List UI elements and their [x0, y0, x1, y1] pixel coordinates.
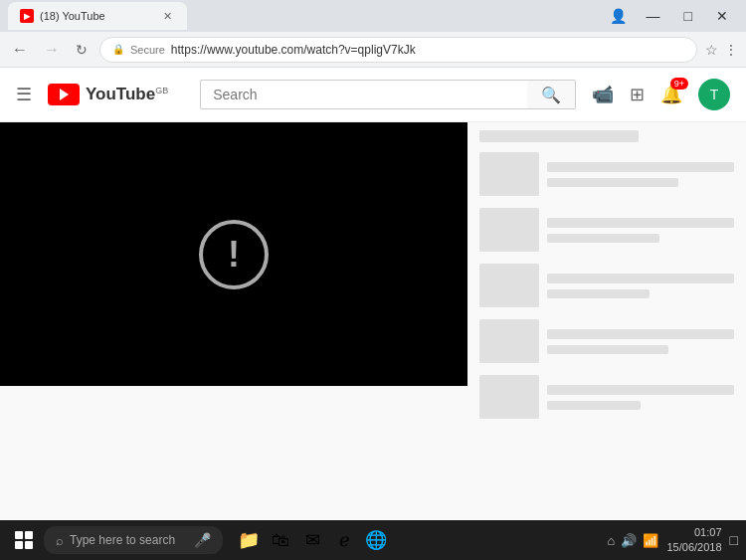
- sidebar-thumbnail: [479, 319, 539, 363]
- play-icon: [60, 89, 69, 100]
- chrome-settings-icon[interactable]: ⋮: [724, 42, 738, 58]
- secure-label: Secure: [130, 44, 165, 56]
- windows-logo: [15, 531, 33, 549]
- taskbar-chrome-icon[interactable]: 🌐: [362, 526, 390, 554]
- system-clock[interactable]: 01:07 15/06/2018: [666, 525, 721, 556]
- tab-close-button[interactable]: ✕: [159, 8, 175, 24]
- sidebar: [467, 122, 746, 516]
- main-content: !: [0, 122, 746, 516]
- win-logo-sq-2: [25, 531, 33, 539]
- clock-time: 01:07: [666, 525, 721, 540]
- win-logo-sq-1: [15, 531, 23, 539]
- network-icon[interactable]: ⌂: [608, 533, 616, 548]
- user-icon[interactable]: 👤: [604, 6, 633, 26]
- youtube-text: YouTube: [86, 85, 155, 103]
- search-input[interactable]: [200, 80, 527, 109]
- youtube-logo[interactable]: YouTubeGB: [48, 84, 168, 105]
- taskbar-store-icon[interactable]: 🛍: [267, 526, 294, 554]
- sidebar-thumbnail: [479, 208, 539, 252]
- action-center-icon[interactable]: □: [730, 532, 738, 548]
- sidebar-item[interactable]: [479, 208, 734, 252]
- taskbar-search-box[interactable]: ⌕ Type here to search 🎤: [44, 526, 223, 554]
- hamburger-menu-icon[interactable]: ☰: [16, 84, 32, 105]
- taskbar-right-area: ⌂ 🔊 📶 01:07 15/06/2018 □: [608, 525, 738, 556]
- sidebar-item[interactable]: [479, 152, 734, 196]
- sidebar-loading-bar: [479, 130, 639, 142]
- win-logo-sq-4: [25, 541, 33, 549]
- sidebar-item-subtitle: [547, 234, 659, 243]
- sidebar-item[interactable]: [479, 319, 734, 363]
- sidebar-thumbnail: [479, 264, 539, 307]
- sidebar-item-info: [547, 208, 734, 252]
- back-button[interactable]: ←: [8, 39, 32, 61]
- maximize-button[interactable]: □: [674, 6, 702, 26]
- taskbar-mail-icon[interactable]: ✉: [298, 526, 326, 554]
- secure-icon: 🔒: [112, 44, 124, 55]
- clock-date: 15/06/2018: [666, 540, 721, 555]
- refresh-button[interactable]: ↻: [72, 40, 92, 60]
- sidebar-item-info: [547, 319, 734, 363]
- sidebar-item-info: [547, 375, 734, 419]
- youtube-wordmark: YouTubeGB: [86, 85, 168, 104]
- sidebar-thumbnail: [479, 152, 539, 196]
- browser-titlebar: ▶ (18) YouTube ✕ 👤 — □ ✕: [0, 0, 746, 32]
- taskbar-search-placeholder: Type here to search: [70, 533, 175, 547]
- sidebar-item-title: [547, 274, 734, 283]
- taskbar-mic-icon[interactable]: 🎤: [194, 532, 211, 548]
- notification-badge: 9+: [670, 78, 688, 90]
- browser-actions: ☆ ⋮: [705, 42, 738, 58]
- taskbar-edge-icon[interactable]: ℯ: [330, 526, 358, 554]
- url-text: https://www.youtube.com/watch?v=qpligV7k…: [171, 43, 416, 57]
- sidebar-item-title: [547, 162, 734, 172]
- minimize-button[interactable]: —: [637, 6, 670, 26]
- forward-button[interactable]: →: [40, 39, 64, 61]
- browser-tab[interactable]: ▶ (18) YouTube ✕: [8, 2, 187, 30]
- youtube-header: ☰ YouTubeGB 🔍 📹 ⊞ 🔔 9+ T: [0, 68, 746, 122]
- search-container: 🔍: [200, 80, 576, 109]
- close-button[interactable]: ✕: [706, 6, 738, 26]
- search-button[interactable]: 🔍: [527, 80, 576, 109]
- volume-icon[interactable]: 🔊: [621, 533, 637, 548]
- apps-icon[interactable]: ⊞: [630, 84, 645, 105]
- speaker-icon[interactable]: 📶: [643, 533, 658, 548]
- video-area: !: [0, 122, 467, 516]
- browser-addressbar: ← → ↻ 🔒 Secure https://www.youtube.com/w…: [0, 32, 746, 68]
- address-bar[interactable]: 🔒 Secure https://www.youtube.com/watch?v…: [99, 37, 697, 63]
- sidebar-item-subtitle: [547, 345, 668, 354]
- tab-favicon: ▶: [20, 9, 34, 23]
- taskbar-search-icon: ⌕: [56, 533, 64, 548]
- window-controls: 👤 — □ ✕: [604, 6, 738, 26]
- bookmark-icon[interactable]: ☆: [705, 42, 718, 58]
- sidebar-item-info: [547, 152, 734, 196]
- sidebar-thumbnail: [479, 375, 539, 419]
- tab-title: (18) YouTube: [40, 10, 153, 22]
- sidebar-item-title: [547, 329, 734, 339]
- sidebar-item-info: [547, 264, 734, 307]
- youtube-country: GB: [155, 86, 168, 95]
- taskbar-file-explorer-icon[interactable]: 📁: [235, 526, 263, 554]
- sidebar-item-subtitle: [547, 178, 678, 187]
- win-logo-sq-3: [15, 541, 23, 549]
- sidebar-item-subtitle: [547, 401, 641, 410]
- camera-icon[interactable]: 📹: [592, 84, 614, 105]
- video-player[interactable]: !: [0, 122, 467, 386]
- tab-area: ▶ (18) YouTube ✕: [8, 2, 598, 30]
- sidebar-item[interactable]: [479, 375, 734, 419]
- sidebar-item-title: [547, 385, 734, 395]
- sidebar-item[interactable]: [479, 264, 734, 307]
- youtube-logo-icon: [48, 84, 80, 105]
- start-button[interactable]: [8, 524, 40, 556]
- sidebar-item-title: [547, 218, 734, 228]
- sidebar-item-subtitle: [547, 289, 650, 298]
- header-actions: 📹 ⊞ 🔔 9+ T: [592, 79, 730, 110]
- notifications-icon[interactable]: 🔔 9+: [660, 84, 682, 105]
- video-error-icon: !: [199, 220, 269, 289]
- taskbar: ⌕ Type here to search 🎤 📁 🛍 ✉ ℯ 🌐 ⌂ 🔊 📶 …: [0, 520, 746, 560]
- system-tray-icons: ⌂ 🔊 📶: [608, 533, 659, 548]
- taskbar-pinned-icons: 📁 🛍 ✉ ℯ 🌐: [235, 526, 390, 554]
- user-avatar[interactable]: T: [698, 79, 730, 110]
